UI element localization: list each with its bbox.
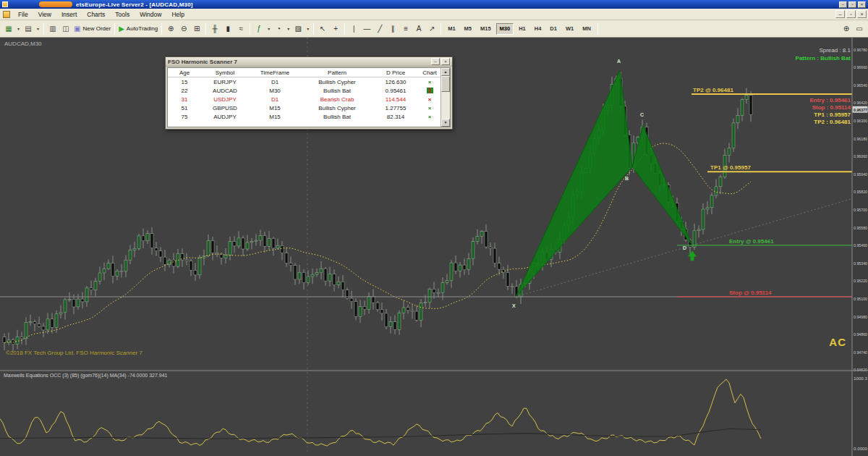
- close-button[interactable]: ×: [858, 1, 866, 8]
- menu-help[interactable]: Help: [166, 10, 189, 19]
- periods-button[interactable]: ◔: [272, 22, 285, 35]
- svg-text:Stop @ 0.95114: Stop @ 0.95114: [729, 290, 772, 296]
- profiles-dropdown[interactable]: ▾: [35, 22, 41, 35]
- menu-file[interactable]: File: [13, 10, 33, 19]
- timeframe-d1-button[interactable]: D1: [546, 23, 561, 35]
- svg-text:0.96300: 0.96300: [854, 119, 868, 123]
- indicators-dropdown[interactable]: ▾: [265, 22, 272, 35]
- chart-area[interactable]: TP2 @ 0.96481TP1 @ 0.95957Entry @ 0.9546…: [0, 38, 868, 456]
- timeframe-m5-button[interactable]: M5: [461, 23, 475, 35]
- scrollbar-thumb[interactable]: [441, 76, 450, 92]
- scanner-column-pattern[interactable]: Pattern: [301, 69, 373, 76]
- timeframe-mn-button[interactable]: MN: [579, 23, 595, 35]
- title-bar[interactable]: etsEurope-Live Server2 - [AUDCAD,M30] – …: [0, 0, 868, 9]
- market-watch-button[interactable]: ▥: [46, 22, 59, 35]
- new-order-button[interactable]: ▣New Order: [72, 22, 112, 35]
- svg-text:C: C: [640, 112, 644, 117]
- indicators-button[interactable]: ƒ: [252, 22, 265, 35]
- menu-charts[interactable]: Charts: [82, 10, 110, 19]
- timeframe-m1-button[interactable]: M1: [444, 23, 459, 35]
- indicator-main-line: [0, 379, 761, 446]
- trade-level-lines[interactable]: TP2 @ 0.96481TP1 @ 0.95957Entry @ 0.9546…: [677, 87, 852, 297]
- close-chart-icon-green[interactable]: ×: [428, 105, 432, 111]
- arrows-button[interactable]: ↗: [425, 22, 438, 35]
- magnifier-button[interactable]: ⊕: [840, 22, 853, 35]
- scroll-up-icon[interactable]: ▲: [441, 68, 450, 76]
- child-minimize-button[interactable]: –: [835, 10, 845, 18]
- timeframe-w1-button[interactable]: W1: [562, 23, 577, 35]
- menu-view[interactable]: View: [33, 10, 56, 19]
- crosshair-button[interactable]: +: [329, 22, 342, 35]
- tile-windows-button[interactable]: ⊞: [190, 22, 203, 35]
- new-chart-button[interactable]: ▦: [2, 22, 15, 35]
- fibonacci-button[interactable]: ≡: [399, 22, 412, 35]
- timeframe-m15-button[interactable]: M15: [477, 23, 495, 35]
- scanner-column-timeframe[interactable]: TimeFrame: [249, 69, 301, 76]
- candlestick-chart-button[interactable]: ▮: [221, 22, 234, 35]
- scanner-row-gbpusd[interactable]: 51GBPUSDM15Bullish Cypher1.27755×: [168, 104, 441, 112]
- scanner-column-d-price[interactable]: D Price: [373, 69, 418, 76]
- svg-text:Entry @ 0.95461: Entry @ 0.95461: [729, 238, 774, 245]
- equidistant-channel-button[interactable]: ∥: [386, 22, 399, 35]
- horizontal-line-button[interactable]: ―: [360, 22, 373, 35]
- timeframe-h4-button[interactable]: H4: [531, 23, 545, 35]
- scanner-row-audjpy[interactable]: 75AUDJPYM15Bullish Bat82.314×: [168, 112, 441, 121]
- close-chart-icon-green[interactable]: ×: [428, 79, 432, 85]
- scanner-cell: 31: [168, 96, 201, 103]
- trendline-button[interactable]: ╱: [373, 22, 386, 35]
- menu-tools[interactable]: Tools: [110, 10, 135, 19]
- open-chart-icon[interactable]: [427, 88, 433, 93]
- svg-text:0.94740: 0.94740: [854, 350, 868, 355]
- zoom-out-button[interactable]: ⊖: [177, 22, 190, 35]
- scanner-title-bar[interactable]: FSO Harmonic Scanner 7 – ×: [166, 57, 452, 67]
- bar-chart-button[interactable]: ╫: [208, 22, 221, 35]
- market-watch-button-icon: ▥: [49, 25, 56, 33]
- app-icon: [2, 1, 8, 7]
- toolbar-separator: [161, 23, 162, 35]
- navigator-button[interactable]: ◫: [59, 22, 72, 35]
- scanner-window[interactable]: FSO Harmonic Scanner 7 – × AgeSymbolTime…: [165, 56, 453, 130]
- autotrading-button[interactable]: ▶AutoTrading: [117, 22, 159, 35]
- scanner-minimize-button[interactable]: –: [431, 58, 440, 65]
- close-chart-icon-red[interactable]: ×: [428, 96, 432, 103]
- profiles-button[interactable]: ▤: [22, 22, 35, 35]
- scanner-column-age[interactable]: Age: [168, 69, 201, 76]
- line-chart-button[interactable]: ≈: [234, 22, 247, 35]
- profiles-dropdown-icon: ▾: [37, 27, 39, 31]
- vertical-line-button-icon: ∣: [352, 25, 356, 33]
- scanner-cell: 82.314: [373, 114, 418, 120]
- harmonic-pattern[interactable]: [516, 70, 692, 297]
- scroll-down-icon[interactable]: ▼: [441, 119, 450, 127]
- scanner-scrollbar[interactable]: ▲ ▼: [441, 68, 450, 127]
- templates-dropdown[interactable]: ▾: [305, 22, 311, 35]
- scanner-column-symbol[interactable]: Symbol: [201, 69, 249, 76]
- new-chart-button-icon: ▦: [5, 25, 12, 33]
- line-chart-button-icon: ≈: [239, 25, 243, 33]
- svg-text:0.95700: 0.95700: [854, 208, 868, 212]
- new-chart-dropdown[interactable]: ▾: [15, 22, 22, 35]
- templates-button[interactable]: ▨: [292, 22, 305, 35]
- scanner-row-audcad[interactable]: 22AUDCADM30Bullish Bat0.95461: [168, 86, 441, 95]
- child-close-button[interactable]: ×: [857, 10, 867, 18]
- menu-window[interactable]: Window: [135, 10, 166, 19]
- scanner-column-chart[interactable]: Chart: [418, 69, 441, 76]
- minimize-button[interactable]: –: [839, 1, 847, 8]
- scanner-cell: D1: [249, 79, 301, 85]
- zoom-in-button[interactable]: ⊕: [164, 22, 177, 35]
- timeframe-m30-button[interactable]: M30: [496, 23, 514, 35]
- scanner-row-eurjpy[interactable]: 15EURJPYD1Bullish Cypher126.630×: [168, 77, 441, 86]
- close-chart-icon-green[interactable]: ×: [428, 114, 432, 120]
- child-restore-button[interactable]: ▫: [846, 10, 856, 18]
- menu-insert[interactable]: Insert: [56, 10, 82, 19]
- magnifier-button-icon: ⊕: [843, 25, 849, 33]
- timeframe-h1-button[interactable]: H1: [515, 23, 529, 35]
- text-label-button-icon: A: [417, 25, 422, 33]
- scanner-close-button[interactable]: ×: [441, 58, 450, 65]
- text-label-button[interactable]: A: [412, 22, 425, 35]
- cursor-button[interactable]: ↖: [316, 22, 329, 35]
- vertical-line-button[interactable]: ∣: [347, 22, 360, 35]
- edit-button[interactable]: ▭: [853, 22, 866, 35]
- periods-dropdown[interactable]: ▾: [285, 22, 292, 35]
- restore-button[interactable]: ▫: [848, 1, 856, 8]
- scanner-row-usdjpy[interactable]: 31USDJPYD1Bearish Crab114.544×: [168, 95, 441, 104]
